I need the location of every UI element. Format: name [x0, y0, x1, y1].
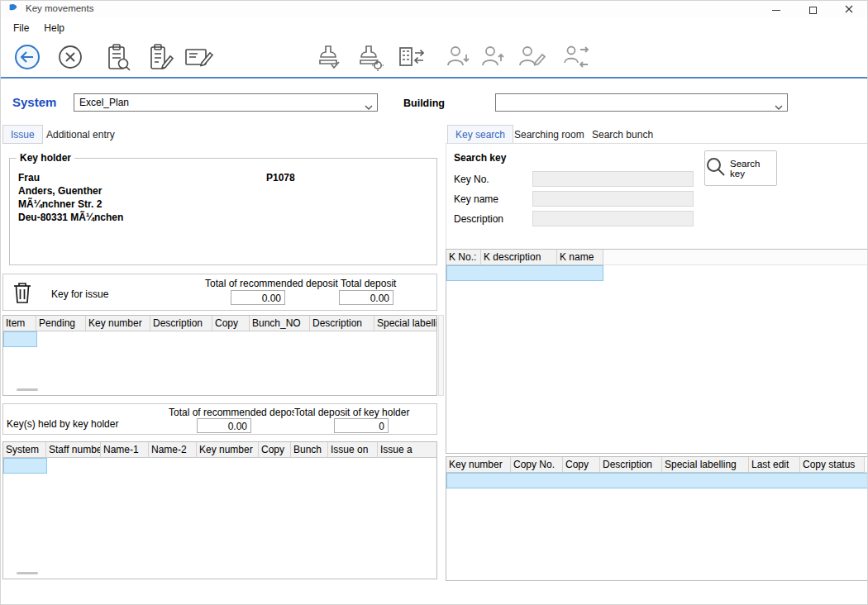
column-header[interactable]: Issue on: [328, 442, 378, 458]
note-edit-button[interactable]: [183, 41, 216, 74]
person-transfer-icon: [561, 43, 591, 74]
system-label: System: [12, 95, 56, 109]
person-transfer-button[interactable]: [560, 41, 593, 74]
column-header[interactable]: Key number: [197, 442, 259, 458]
selected-row-cell[interactable]: [3, 331, 37, 347]
person-issue-button[interactable]: [442, 41, 475, 74]
column-header[interactable]: Special labelling: [662, 457, 749, 473]
column-header[interactable]: Last edit: [749, 457, 800, 473]
tab-searching-room-label: Searching room: [514, 129, 584, 141]
column-header[interactable]: Item: [3, 316, 36, 331]
selected-row[interactable]: [446, 473, 868, 488]
titlebar: Key movements: [1, 1, 867, 17]
app-window: Key movements File Help: [0, 0, 868, 605]
column-header[interactable]: Special labelli: [374, 316, 437, 331]
tab-additional-entry[interactable]: Additional entry: [39, 125, 122, 144]
back-button[interactable]: [11, 41, 44, 74]
right-panel-divider: [446, 143, 868, 144]
column-header[interactable]: K description: [481, 250, 557, 265]
person-issue-icon: [445, 43, 473, 74]
clipboard-edit-button[interactable]: [145, 41, 178, 74]
window-title: Key movements: [26, 3, 93, 13]
person-return-button[interactable]: [477, 41, 510, 74]
tab-additional-entry-label: Additional entry: [46, 129, 115, 141]
column-header[interactable]: Key number: [446, 457, 511, 473]
key-no-input[interactable]: [532, 171, 694, 187]
trash-icon[interactable]: [12, 280, 33, 307]
column-header-filler: [603, 250, 868, 265]
app-icon: [7, 3, 19, 17]
key-holder-name: Anders, Guenther: [18, 185, 102, 197]
column-header[interactable]: Issue a: [378, 442, 437, 458]
building-select[interactable]: [495, 93, 788, 112]
person-edit-button[interactable]: [515, 41, 548, 74]
description-input[interactable]: [532, 211, 694, 226]
column-header[interactable]: Copy: [212, 316, 250, 331]
held-total-deposit-value: 0: [334, 418, 389, 433]
column-header[interactable]: Key number: [86, 316, 150, 331]
column-header[interactable]: Copy: [259, 442, 291, 458]
key-results-table: K No.: K description K name: [446, 249, 868, 454]
key-holder-street: MÃ¼nchner Str. 2: [18, 198, 102, 210]
column-header[interactable]: Name-2: [149, 442, 197, 458]
column-header[interactable]: Copy status: [800, 457, 865, 473]
column-header[interactable]: Staff number: [46, 442, 101, 458]
chevron-down-icon: [365, 101, 373, 112]
key-for-issue-label: Key for issue: [51, 288, 108, 300]
column-header[interactable]: Pending: [36, 316, 86, 331]
column-header[interactable]: Bunch: [291, 442, 328, 458]
room-transfer-button[interactable]: [395, 41, 428, 74]
keys-held-label: Key(s) held by key holder: [7, 418, 118, 430]
column-header[interactable]: K name: [557, 250, 603, 265]
key-name-label: Key name: [454, 193, 498, 205]
column-header[interactable]: System: [3, 442, 46, 458]
column-header[interactable]: Description: [600, 457, 662, 473]
minimize-button[interactable]: [758, 1, 794, 19]
menubar: File Help: [1, 19, 867, 37]
column-header[interactable]: K No.:: [446, 250, 481, 265]
maximize-button[interactable]: [794, 1, 831, 19]
key-results-header: K No.: K description K name: [446, 250, 868, 265]
column-header[interactable]: Description: [150, 316, 212, 331]
column-header[interactable]: Description: [310, 316, 374, 331]
key-no-label: Key No.: [454, 174, 489, 185]
column-header[interactable]: Bunch_NO: [250, 316, 310, 331]
horizontal-scrollbar[interactable]: [17, 388, 38, 391]
keys-held-header: System Staff number Name-1 Name-2 Key nu…: [3, 442, 436, 458]
total-deposit-label: Total deposit: [341, 278, 396, 289]
column-header[interactable]: Copy No.: [511, 457, 563, 473]
column-header[interactable]: Copy: [563, 457, 600, 473]
total-deposit-value: 0.00: [339, 290, 393, 305]
vertical-scrollbar[interactable]: [438, 315, 444, 396]
tab-key-search[interactable]: Key search: [447, 125, 513, 144]
back-icon: [13, 43, 41, 74]
key-holder-personnel-no: P1078: [266, 172, 295, 183]
selected-row[interactable]: [446, 265, 603, 281]
clipboard-report-button[interactable]: [102, 41, 135, 74]
column-header[interactable]: Name-1: [101, 442, 149, 458]
clipboard-edit-icon: [147, 42, 175, 74]
minimize-icon: [772, 10, 780, 11]
horizontal-scrollbar[interactable]: [17, 572, 38, 574]
column-header-filler: [865, 457, 868, 473]
close-icon: [845, 4, 853, 16]
key-name-input[interactable]: [532, 191, 694, 207]
close-button[interactable]: [831, 1, 867, 19]
system-select-value: Excel_Plan: [79, 97, 129, 108]
tab-search-bunch[interactable]: Search bunch: [584, 125, 661, 144]
selected-row-cell[interactable]: [3, 458, 47, 474]
system-select[interactable]: Excel_Plan: [74, 93, 378, 112]
cancel-button[interactable]: [54, 41, 87, 74]
search-key-title: Search key: [454, 152, 506, 164]
stamp-approve-button[interactable]: [312, 41, 345, 74]
person-return-icon: [479, 43, 508, 74]
menu-help[interactable]: Help: [36, 20, 72, 36]
stamp-approve-icon: [314, 43, 342, 74]
search-key-button[interactable]: Search key: [704, 150, 777, 186]
tab-searching-room[interactable]: Searching room: [507, 125, 592, 144]
stamp-settings-button[interactable]: [353, 41, 386, 74]
menu-file[interactable]: File: [6, 20, 36, 36]
tab-issue[interactable]: Issue: [2, 125, 43, 144]
person-edit-icon: [517, 43, 546, 74]
description-label: Description: [454, 213, 503, 225]
